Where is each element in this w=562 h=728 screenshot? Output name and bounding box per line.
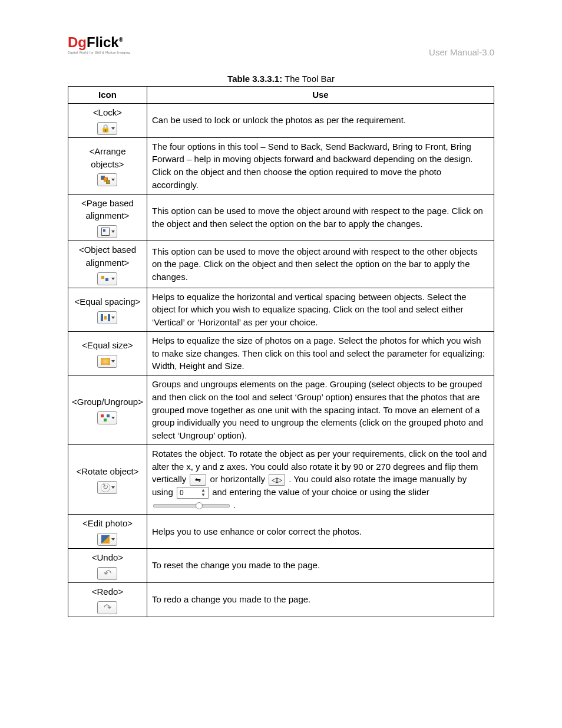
row-label: <Group/Ungroup>	[72, 396, 143, 409]
rotate-text-2: or horizontally	[210, 474, 265, 484]
row-label: <Object based alignment>	[72, 243, 143, 269]
equal-spacing-icon	[97, 311, 117, 324]
arrange-objects-icon	[97, 173, 117, 186]
rotate-slider	[153, 502, 230, 510]
group-ungroup-icon	[97, 411, 117, 424]
doc-title: User Manual-3.0	[429, 47, 494, 57]
table-row: <Undo> ↶ To reset the change you made to…	[68, 548, 494, 582]
row-label: <Redo>	[72, 585, 143, 598]
flip-vertical-icon: ⇋	[190, 474, 206, 486]
row-use-rotate: Rotates the object. To rotate the object…	[147, 444, 494, 514]
logo-text: DgFlick®	[68, 35, 129, 50]
table-row: <Edit photo> Helps you to use enhance or…	[68, 515, 494, 549]
row-use: To reset the change you made to the page…	[147, 548, 494, 582]
row-label: <Arrange objects>	[72, 145, 143, 171]
table-row: <Group/Ungroup> Groups and ungroups elem…	[68, 375, 494, 445]
row-use: This option can be used to move the obje…	[147, 194, 494, 241]
page-header: DgFlick® Digital World for Still & Motio…	[68, 35, 494, 57]
col-icon: Icon	[68, 87, 147, 104]
caption-rest: The Tool Bar	[282, 74, 335, 84]
row-use: This option can be used to move the obje…	[147, 241, 494, 288]
caption-bold: Table 3.3.3.1:	[227, 74, 282, 84]
rotate-value-input: 0▲▼	[177, 487, 209, 499]
row-use: Helps to equalize the horizontal and ver…	[147, 288, 494, 331]
flip-horizontal-icon: ◁▷	[269, 474, 285, 486]
lock-icon: 🔒	[97, 122, 117, 135]
logo-subtitle: Digital World for Still & Motion Imaging	[68, 51, 129, 54]
row-label: <Edit photo>	[72, 517, 143, 530]
table-row: <Lock> 🔒 Can be used to lock or unlock t…	[68, 103, 494, 137]
undo-icon: ↶	[97, 567, 117, 580]
row-use: Can be used to lock or unlock the photos…	[147, 103, 494, 137]
row-label: <Rotate object>	[72, 465, 143, 478]
table-caption: Table 3.3.3.1: The Tool Bar	[68, 74, 494, 84]
row-use: Helps you to use enhance or color correc…	[147, 515, 494, 549]
row-use: Groups and ungroups elements on the page…	[147, 375, 494, 445]
row-label: <Undo>	[72, 551, 143, 564]
table-row: <Equal spacing> Helps to equalize the ho…	[68, 288, 494, 331]
col-use: Use	[147, 87, 494, 104]
table-row: <Redo> ↷ To redo a change you made to th…	[68, 582, 494, 617]
toolbar-table: Icon Use <Lock> 🔒 Can be used to lock or…	[68, 86, 494, 617]
page-align-icon	[97, 225, 117, 238]
row-use: To redo a change you made to the page.	[147, 582, 494, 617]
table-row: <Arrange objects> The four options in th…	[68, 137, 494, 194]
row-use: The four options in this tool – Send to …	[147, 137, 494, 194]
row-use: Helps to equalize the size of photos on …	[147, 331, 494, 375]
row-label: <Equal spacing>	[72, 295, 143, 308]
row-label: <Equal size>	[72, 339, 143, 352]
table-row: <Page based alignment> This option can b…	[68, 194, 494, 241]
object-align-icon	[97, 272, 117, 285]
row-label: <Page based alignment>	[72, 197, 143, 223]
table-row: <Equal size> Helps to equalize the size …	[68, 331, 494, 375]
rotate-object-icon	[97, 481, 117, 494]
edit-photo-icon	[97, 533, 117, 546]
row-label: <Lock>	[72, 106, 143, 119]
rotate-text-4: and entering the value of your choice or…	[212, 487, 429, 497]
redo-icon: ↷	[97, 601, 117, 614]
table-row: <Object based alignment> This option can…	[68, 241, 494, 288]
table-row: <Rotate object> Rotates the object. To r…	[68, 444, 494, 514]
equal-size-icon	[97, 355, 117, 368]
rotate-text-5: .	[233, 500, 236, 510]
logo: DgFlick® Digital World for Still & Motio…	[68, 35, 129, 54]
